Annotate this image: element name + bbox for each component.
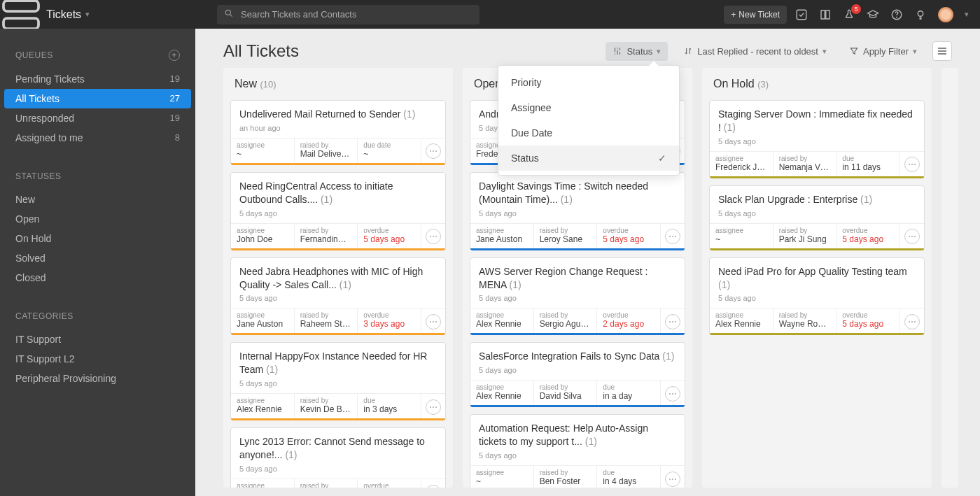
ticket-card[interactable]: Slack Plan Upgrade : Enterprise (1) 5 da…	[709, 185, 925, 250]
ticket-time: 5 days ago	[718, 294, 916, 302]
ticket-due: ~	[363, 149, 415, 159]
chevron-down-icon[interactable]: ▾	[965, 10, 969, 19]
meta-label: assignee	[237, 141, 288, 149]
new-ticket-button[interactable]: + New Ticket	[724, 6, 787, 24]
ticket-due: in a day	[603, 391, 654, 401]
book-icon[interactable]	[819, 8, 832, 21]
sidebar-item[interactable]: Solved	[0, 248, 195, 268]
avatar[interactable]	[938, 7, 953, 22]
ellipsis-icon: ⋯	[904, 157, 920, 172]
lightbulb-icon[interactable]	[914, 8, 927, 21]
sidebar-item[interactable]: New	[0, 190, 195, 209]
svg-rect-1	[4, 18, 38, 29]
dropdown-item[interactable]: Assignee	[498, 95, 679, 120]
ticket-time: 5 days ago	[479, 366, 676, 374]
ellipsis-icon: ⋯	[665, 229, 680, 244]
ticket-more-button[interactable]: ⋯	[421, 394, 445, 420]
ticket-card[interactable]: Need Jabra Headphones with MIC of High Q…	[230, 257, 446, 336]
meta-label: overdue	[363, 482, 415, 488]
svg-point-2	[225, 10, 230, 15]
ticket-card[interactable]: Need RingCentral Access to initiate Outb…	[230, 172, 446, 250]
ticket-more-button[interactable]: ⋯	[661, 381, 685, 406]
ticket-assignee: Alex Rennie	[237, 404, 288, 414]
dropdown-item[interactable]: Priority	[498, 70, 679, 95]
sidebar-item[interactable]: Open	[0, 209, 195, 229]
svg-rect-4	[797, 10, 806, 20]
chevron-down-icon: ▾	[913, 47, 917, 56]
sidebar-item[interactable]: On Hold	[0, 229, 195, 248]
ticket-more-button[interactable]: ⋯	[421, 309, 445, 334]
filter-dropdown[interactable]: Apply Filter ▾	[842, 42, 924, 61]
ticket-card[interactable]: Internal HappyFox Instance Needed for HR…	[230, 342, 446, 420]
ticket-raised-by: Sergio Agu…	[540, 319, 592, 329]
group-by-dropdown[interactable]: Status ▾	[606, 42, 668, 61]
ticket-more-button[interactable]: ⋯	[900, 309, 924, 334]
ticket-time: 5 days ago	[479, 294, 676, 302]
ticket-more-button[interactable]: ⋯	[661, 309, 685, 334]
plus-circle-icon[interactable]: +	[169, 50, 180, 61]
module-title-dropdown[interactable]: Tickets ▾	[42, 8, 217, 21]
ellipsis-icon: ⋯	[665, 314, 680, 330]
sidebar-item[interactable]: All Tickets27	[4, 89, 191, 108]
ticket-more-button[interactable]: ⋯	[421, 479, 445, 488]
checkbox-icon[interactable]	[795, 8, 808, 21]
meta-label: raised by	[779, 227, 831, 234]
sidebar-item-label: All Tickets	[15, 93, 59, 104]
main-header: All Tickets Status ▾ Last Replied - rece…	[195, 29, 980, 68]
meta-label: raised by	[540, 469, 592, 476]
graduation-cap-icon[interactable]	[867, 8, 879, 21]
sidebar-item[interactable]: IT Support L2	[0, 349, 195, 369]
sidebar-item[interactable]: Assigned to me8	[0, 128, 195, 148]
column-header: New (10)	[223, 68, 453, 100]
sort-dropdown[interactable]: Last Replied - recent to oldest ▾	[676, 42, 834, 61]
search-input[interactable]: Search Tickets and Contacts	[217, 5, 479, 24]
sidebar-item[interactable]: Pending Tickets19	[0, 69, 195, 89]
ticket-card[interactable]: Need iPad Pro for App Quality Testing te…	[709, 257, 925, 336]
ticket-time: 5 days ago	[718, 137, 916, 146]
meta-label: due	[603, 383, 654, 391]
ticket-more-button[interactable]: ⋯	[900, 152, 924, 178]
ticket-card[interactable]: Daylight Savings Time : Switch needed (M…	[470, 172, 685, 250]
layout-toggle[interactable]	[932, 41, 952, 61]
sidebar-item[interactable]: Closed	[0, 268, 195, 288]
ticket-due: 5 days ago	[363, 234, 415, 244]
meta-label: raised by	[540, 383, 592, 391]
notification-icon[interactable]: 5	[843, 8, 855, 21]
ticket-more-button[interactable]: ⋯	[421, 224, 445, 250]
ticket-raised-by: Mail Delive…	[300, 149, 352, 159]
meta-label: assignee	[715, 227, 767, 234]
sidebar-item-count: 19	[170, 113, 180, 124]
ticket-card[interactable]: Staging Server Down : Immediate fix need…	[709, 100, 925, 178]
board-column-collapsed[interactable]	[941, 68, 958, 488]
sidebar-item[interactable]: IT Support	[0, 330, 195, 349]
ticket-title: Staging Server Down : Immediate fix need…	[718, 108, 916, 134]
sidebar-item[interactable]: Unresponded19	[0, 108, 195, 128]
ticket-more-button[interactable]: ⋯	[421, 139, 445, 164]
meta-label: due	[603, 469, 654, 476]
column-header: On Hold (3)	[702, 68, 932, 100]
ticket-card[interactable]: Lync 2013 Error: Cannot Send message to …	[230, 427, 446, 488]
meta-label: overdue	[363, 227, 415, 234]
sidebar-item-label: Unresponded	[15, 113, 74, 124]
dropdown-item[interactable]: Status✓	[498, 146, 679, 171]
dropdown-item[interactable]: Due Date	[498, 120, 679, 146]
ticket-due: 2 days ago	[603, 319, 654, 329]
sidebar-item[interactable]: Peripheral Provisioning	[0, 369, 195, 388]
sidebar-section-header: CATEGORIES	[0, 307, 195, 325]
ticket-card[interactable]: AWS Server Region Change Request : MENA …	[470, 257, 685, 336]
ticket-assignee: Alex Rennie	[476, 319, 528, 329]
sidebar-section-header: STATUSES	[0, 167, 195, 185]
ticket-more-button[interactable]: ⋯	[900, 224, 924, 250]
ticket-more-button[interactable]: ⋯	[661, 466, 685, 488]
meta-label: assignee	[476, 227, 528, 234]
ticket-card[interactable]: Undelivered Mail Returned to Sender (1) …	[230, 100, 446, 165]
ticket-due: 5 days ago	[842, 319, 894, 329]
ticket-title: Need RingCentral Access to initiate Outb…	[239, 180, 437, 206]
ticket-more-button[interactable]: ⋯	[661, 224, 685, 250]
ticket-card[interactable]: Automation Request: Help Auto-Assign tic…	[470, 414, 685, 488]
new-ticket-label: New Ticket	[738, 10, 780, 20]
ticket-card[interactable]: SalesForce Integration Fails to Sync Dat…	[470, 342, 685, 407]
help-icon[interactable]	[890, 8, 903, 21]
module-title: Tickets	[46, 8, 81, 21]
ticket-assignee: Alex Rennie	[715, 319, 767, 329]
